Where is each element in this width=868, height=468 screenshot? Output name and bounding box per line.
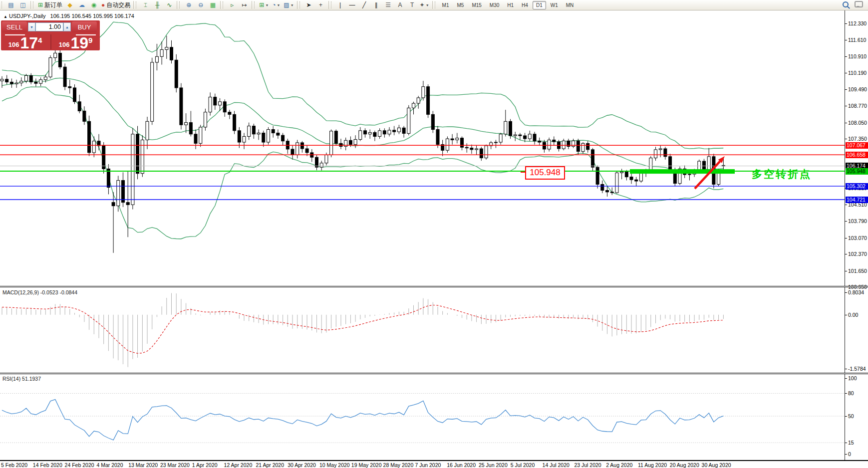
- data-window-icon[interactable]: ◫: [17, 0, 28, 10]
- chevron-down-icon[interactable]: ▼: [277, 3, 280, 7]
- auto-scroll-icon[interactable]: ▹: [227, 0, 238, 10]
- candle-body: [257, 133, 260, 134]
- volume-decrease-button[interactable]: ▼: [28, 22, 35, 31]
- templates-icon[interactable]: ▨▼: [283, 0, 294, 10]
- rsi-pane[interactable]: [0, 374, 845, 460]
- new-order-icon[interactable]: ⊞新订单: [37, 0, 63, 10]
- date-label: 25 Jun 2020: [479, 462, 508, 468]
- candle-body: [417, 98, 420, 103]
- timeframe-d1[interactable]: D1: [533, 1, 546, 9]
- toolbar-separator: [252, 1, 252, 9]
- toolbar-separator: [297, 1, 297, 9]
- turning-point-annotation[interactable]: 多空转折点: [752, 167, 812, 181]
- arrow-tools-icon: ✦: [420, 2, 425, 8]
- chevron-down-icon[interactable]: ▼: [290, 3, 294, 7]
- trendline-icon[interactable]: ╱: [359, 0, 370, 10]
- candle-body: [562, 141, 565, 149]
- channel-icon[interactable]: ∥: [371, 0, 382, 10]
- buy-price-big-figure: 106: [59, 41, 70, 48]
- signals-icon[interactable]: ◉: [88, 0, 99, 10]
- crosshair-icon[interactable]: +: [315, 0, 326, 10]
- collapse-icon[interactable]: ▲: [3, 14, 7, 19]
- timeframe-m5[interactable]: M5: [454, 1, 468, 9]
- chart-shift-icon[interactable]: ↦: [239, 0, 250, 10]
- candle-body: [325, 155, 328, 163]
- volume-input[interactable]: 1.00: [35, 22, 63, 31]
- candle-body: [330, 131, 333, 155]
- periods-icon[interactable]: ◔▼: [271, 0, 282, 10]
- line-chart-icon[interactable]: ∿: [164, 0, 175, 10]
- price-axis[interactable]: 112.330111.610110.910110.190109.490108.7…: [845, 10, 868, 460]
- search-icon[interactable]: [843, 1, 849, 7]
- timeframe-m15[interactable]: M15: [468, 1, 485, 9]
- price-tag: 104.721: [846, 197, 868, 203]
- one-click-trading-panel: SELL ▼ 1.00 ▲ BUY 106 17 4 106 19 9: [1, 20, 100, 50]
- candle-body: [504, 121, 507, 134]
- price-callout-105948[interactable]: 105.948: [525, 166, 565, 180]
- candle-body: [300, 143, 303, 149]
- timeframe-m1[interactable]: M1: [439, 1, 453, 9]
- candle-body: [480, 149, 483, 158]
- horizontal-line-icon[interactable]: —: [347, 0, 358, 10]
- candlestick-icon[interactable]: ╫: [152, 0, 163, 10]
- new-chart-icon[interactable]: ⊞▼: [258, 0, 270, 10]
- bar-chart-icon[interactable]: ⌶: [140, 0, 151, 10]
- candle-body: [514, 135, 517, 136]
- buy-price[interactable]: 106 19 9: [51, 34, 100, 50]
- vertical-line-icon[interactable]: |: [335, 0, 346, 10]
- volume-increase-button[interactable]: ▲: [63, 22, 71, 31]
- macd-pane[interactable]: [0, 287, 845, 373]
- charts-panel-icon[interactable]: ▤: [5, 0, 16, 10]
- trendline-icon: ╱: [362, 2, 366, 8]
- candlestick-icon: ╫: [155, 2, 160, 8]
- timeframe-w1[interactable]: W1: [547, 1, 562, 9]
- timeframe-h4[interactable]: H4: [518, 1, 532, 9]
- pane-separator[interactable]: [0, 373, 868, 374]
- candle-body: [470, 148, 473, 150]
- new-chart-icon: ⊞: [259, 2, 264, 8]
- candle-body: [548, 140, 551, 149]
- chevron-down-icon[interactable]: ▼: [265, 3, 269, 7]
- zoom-in-icon[interactable]: ⊕: [183, 0, 194, 10]
- pane-separator[interactable]: [0, 286, 868, 287]
- buy-button[interactable]: BUY: [72, 21, 97, 32]
- candle-body: [277, 133, 280, 135]
- sell-price-pips: 17: [20, 35, 38, 50]
- timeframe-m30[interactable]: M30: [486, 1, 503, 9]
- candle-body: [427, 87, 430, 115]
- metaeditor-icon[interactable]: ◆: [64, 0, 75, 10]
- sell-button[interactable]: SELL: [2, 21, 27, 32]
- cursor-icon[interactable]: ➤: [303, 0, 314, 10]
- candle-body: [354, 139, 357, 144]
- candle-body: [199, 127, 202, 143]
- fibonacci-icon[interactable]: ☰: [383, 0, 394, 10]
- mql5-community-icon[interactable]: ☁: [76, 0, 87, 10]
- arrow-tools-icon[interactable]: ✦▼: [419, 0, 430, 10]
- date-label: 24 Feb 2020: [65, 462, 94, 468]
- candle-body: [146, 121, 149, 140]
- candle-body: [238, 131, 241, 142]
- text-icon[interactable]: A: [395, 0, 406, 10]
- timeframe-h1[interactable]: H1: [504, 1, 517, 9]
- date-label: 14 Jul 2020: [543, 462, 570, 468]
- tile-windows-icon[interactable]: ▦: [207, 0, 218, 10]
- chevron-down-icon[interactable]: ▼: [426, 3, 429, 7]
- text-label-icon[interactable]: T: [407, 0, 418, 10]
- candle-body: [364, 131, 367, 134]
- metaeditor-icon: ◆: [67, 2, 72, 8]
- candle-body: [402, 128, 405, 133]
- candle-body: [296, 143, 299, 155]
- time-axis[interactable]: 5 Feb 202014 Feb 202024 Feb 20204 Mar 20…: [0, 460, 868, 468]
- zoom-out-icon[interactable]: ⊖: [195, 0, 206, 10]
- chat-icon[interactable]: [855, 1, 863, 7]
- toolbar-separator: [30, 1, 31, 9]
- bollinger-band: [2, 78, 723, 173]
- support-highlight-bar[interactable]: [630, 169, 735, 174]
- main-price-pane[interactable]: [0, 10, 845, 286]
- autotrading-icon[interactable]: ●自动交易: [100, 0, 131, 10]
- candle-body: [248, 126, 251, 137]
- timeframe-mn[interactable]: MN: [563, 1, 578, 9]
- candle-body: [194, 134, 197, 144]
- sell-price[interactable]: 106 17 4: [1, 34, 49, 50]
- candle-body: [34, 82, 37, 83]
